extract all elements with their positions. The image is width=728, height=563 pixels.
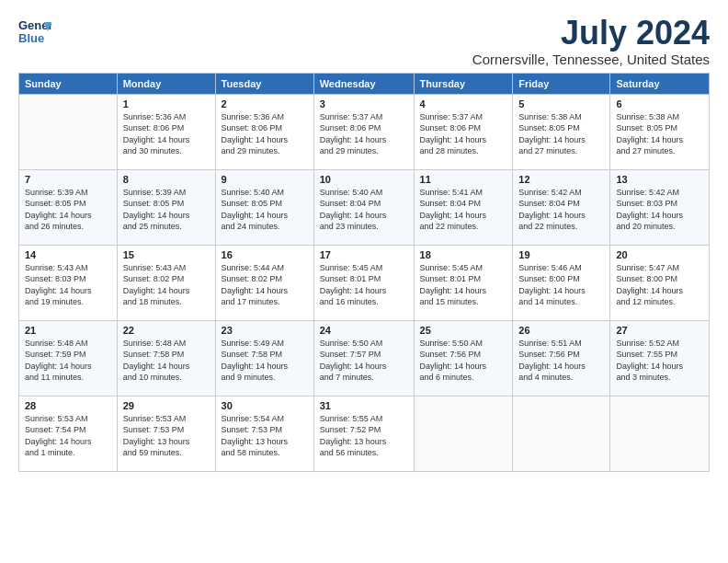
day-cell: 8Sunrise: 5:39 AM Sunset: 8:05 PM Daylig… [117,169,215,245]
calendar-header: Sunday Monday Tuesday Wednesday Thursday… [19,73,710,94]
day-number: 2 [222,98,308,109]
day-info: Sunrise: 5:53 AM Sunset: 7:54 PM Dayligh… [25,413,111,459]
logo: General Blue [18,15,51,48]
day-cell: 17Sunrise: 5:45 AM Sunset: 8:01 PM Dayli… [313,245,414,320]
day-cell: 3Sunrise: 5:37 AM Sunset: 8:06 PM Daylig… [313,94,414,169]
day-info: Sunrise: 5:40 AM Sunset: 8:04 PM Dayligh… [320,187,408,233]
day-cell: 27Sunrise: 5:52 AM Sunset: 7:55 PM Dayli… [610,320,710,396]
subtitle: Cornersville, Tennessee, United States [472,52,710,67]
day-info: Sunrise: 5:38 AM Sunset: 8:05 PM Dayligh… [518,111,604,157]
day-number: 31 [320,400,408,411]
day-info: Sunrise: 5:44 AM Sunset: 8:02 PM Dayligh… [222,262,308,308]
day-cell: 1Sunrise: 5:36 AM Sunset: 8:06 PM Daylig… [117,94,215,169]
day-number: 10 [320,174,408,185]
day-number: 25 [420,325,507,336]
day-info: Sunrise: 5:41 AM Sunset: 8:04 PM Dayligh… [420,187,507,233]
day-cell [513,396,610,471]
day-info: Sunrise: 5:38 AM Sunset: 8:05 PM Dayligh… [616,111,703,157]
header-wednesday: Wednesday [313,73,414,94]
day-number: 12 [518,174,604,185]
day-cell: 7Sunrise: 5:39 AM Sunset: 8:05 PM Daylig… [19,169,118,245]
day-cell: 21Sunrise: 5:48 AM Sunset: 7:59 PM Dayli… [19,320,118,396]
day-number: 3 [320,98,408,109]
calendar-page: General Blue July 2024 Cornersville, Ten… [0,0,728,563]
day-cell: 20Sunrise: 5:47 AM Sunset: 8:00 PM Dayli… [610,245,710,320]
day-number: 6 [616,98,703,109]
day-cell: 13Sunrise: 5:42 AM Sunset: 8:03 PM Dayli… [610,169,710,245]
logo-icon: General Blue [18,15,51,48]
day-info: Sunrise: 5:49 AM Sunset: 7:58 PM Dayligh… [222,338,308,384]
day-number: 8 [123,174,210,185]
day-info: Sunrise: 5:43 AM Sunset: 8:02 PM Dayligh… [123,262,210,308]
calendar-table: Sunday Monday Tuesday Wednesday Thursday… [18,73,710,472]
day-number: 21 [25,325,111,336]
day-info: Sunrise: 5:53 AM Sunset: 7:53 PM Dayligh… [123,413,210,459]
header-tuesday: Tuesday [215,73,313,94]
day-info: Sunrise: 5:45 AM Sunset: 8:01 PM Dayligh… [420,262,507,308]
day-cell: 18Sunrise: 5:45 AM Sunset: 8:01 PM Dayli… [414,245,513,320]
day-cell: 19Sunrise: 5:46 AM Sunset: 8:00 PM Dayli… [513,245,610,320]
day-number: 15 [123,249,210,260]
day-info: Sunrise: 5:45 AM Sunset: 8:01 PM Dayligh… [320,262,408,308]
header-monday: Monday [117,73,215,94]
day-cell: 2Sunrise: 5:36 AM Sunset: 8:06 PM Daylig… [215,94,313,169]
day-number: 20 [616,249,703,260]
day-info: Sunrise: 5:37 AM Sunset: 8:06 PM Dayligh… [320,111,408,157]
day-info: Sunrise: 5:42 AM Sunset: 8:04 PM Dayligh… [518,187,604,233]
day-info: Sunrise: 5:36 AM Sunset: 8:06 PM Dayligh… [222,111,308,157]
day-info: Sunrise: 5:39 AM Sunset: 8:05 PM Dayligh… [25,187,111,233]
day-number: 27 [616,325,703,336]
day-number: 22 [123,325,210,336]
day-info: Sunrise: 5:52 AM Sunset: 7:55 PM Dayligh… [616,338,703,384]
header-saturday: Saturday [610,73,710,94]
day-number: 5 [518,98,604,109]
day-cell: 15Sunrise: 5:43 AM Sunset: 8:02 PM Dayli… [117,245,215,320]
day-cell: 12Sunrise: 5:42 AM Sunset: 8:04 PM Dayli… [513,169,610,245]
day-number: 4 [420,98,507,109]
week-row-5: 28Sunrise: 5:53 AM Sunset: 7:54 PM Dayli… [19,396,710,471]
day-cell [414,396,513,471]
day-cell: 6Sunrise: 5:38 AM Sunset: 8:05 PM Daylig… [610,94,710,169]
day-info: Sunrise: 5:42 AM Sunset: 8:03 PM Dayligh… [616,187,703,233]
day-cell: 11Sunrise: 5:41 AM Sunset: 8:04 PM Dayli… [414,169,513,245]
day-number: 11 [420,174,507,185]
header-row: Sunday Monday Tuesday Wednesday Thursday… [19,73,710,94]
day-info: Sunrise: 5:50 AM Sunset: 7:57 PM Dayligh… [320,338,408,384]
title-area: July 2024 Cornersville, Tennessee, Unite… [472,15,710,67]
day-cell: 26Sunrise: 5:51 AM Sunset: 7:56 PM Dayli… [513,320,610,396]
day-cell: 10Sunrise: 5:40 AM Sunset: 8:04 PM Dayli… [313,169,414,245]
day-info: Sunrise: 5:39 AM Sunset: 8:05 PM Dayligh… [123,187,210,233]
week-row-2: 7Sunrise: 5:39 AM Sunset: 8:05 PM Daylig… [19,169,710,245]
day-cell: 4Sunrise: 5:37 AM Sunset: 8:06 PM Daylig… [414,94,513,169]
main-title: July 2024 [472,15,710,52]
day-cell: 22Sunrise: 5:48 AM Sunset: 7:58 PM Dayli… [117,320,215,396]
day-info: Sunrise: 5:46 AM Sunset: 8:00 PM Dayligh… [518,262,604,308]
day-cell: 29Sunrise: 5:53 AM Sunset: 7:53 PM Dayli… [117,396,215,471]
header: General Blue July 2024 Cornersville, Ten… [18,15,710,67]
day-info: Sunrise: 5:40 AM Sunset: 8:05 PM Dayligh… [222,187,308,233]
day-cell: 24Sunrise: 5:50 AM Sunset: 7:57 PM Dayli… [313,320,414,396]
day-number: 14 [25,249,111,260]
day-cell: 9Sunrise: 5:40 AM Sunset: 8:05 PM Daylig… [215,169,313,245]
day-cell: 25Sunrise: 5:50 AM Sunset: 7:56 PM Dayli… [414,320,513,396]
day-info: Sunrise: 5:48 AM Sunset: 7:58 PM Dayligh… [123,338,210,384]
day-cell: 31Sunrise: 5:55 AM Sunset: 7:52 PM Dayli… [313,396,414,471]
day-cell [19,94,118,169]
day-number: 29 [123,400,210,411]
week-row-4: 21Sunrise: 5:48 AM Sunset: 7:59 PM Dayli… [19,320,710,396]
day-number: 16 [222,249,308,260]
day-info: Sunrise: 5:47 AM Sunset: 8:00 PM Dayligh… [616,262,703,308]
day-info: Sunrise: 5:50 AM Sunset: 7:56 PM Dayligh… [420,338,507,384]
week-row-3: 14Sunrise: 5:43 AM Sunset: 8:03 PM Dayli… [19,245,710,320]
day-info: Sunrise: 5:36 AM Sunset: 8:06 PM Dayligh… [123,111,210,157]
svg-text:Blue: Blue [18,31,44,45]
day-number: 19 [518,249,604,260]
day-cell: 5Sunrise: 5:38 AM Sunset: 8:05 PM Daylig… [513,94,610,169]
day-info: Sunrise: 5:51 AM Sunset: 7:56 PM Dayligh… [518,338,604,384]
day-number: 7 [25,174,111,185]
day-number: 17 [320,249,408,260]
day-number: 18 [420,249,507,260]
day-info: Sunrise: 5:43 AM Sunset: 8:03 PM Dayligh… [25,262,111,308]
day-number: 13 [616,174,703,185]
day-number: 1 [123,98,210,109]
